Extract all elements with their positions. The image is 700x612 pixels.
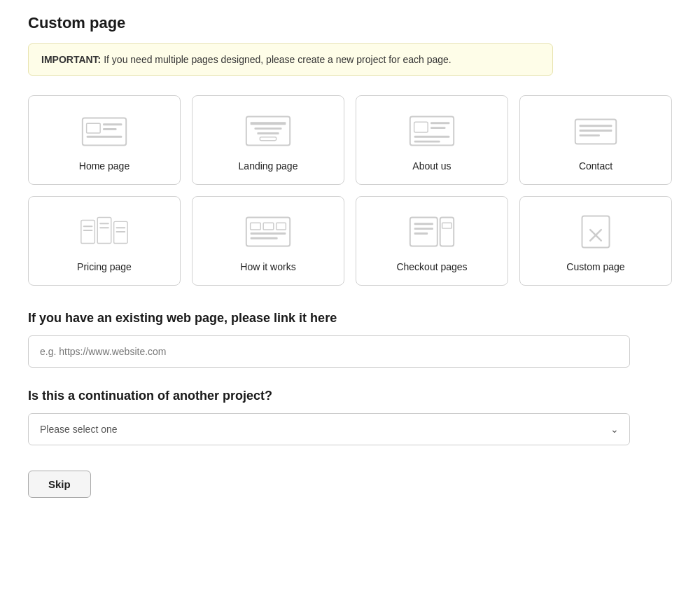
card-label-how-it-works: How it works [240,261,295,272]
svg-rect-26 [83,230,93,231]
svg-rect-18 [580,130,612,132]
card-label-pricing-page: Pricing page [77,261,132,272]
svg-rect-33 [263,223,274,230]
card-label-landing-page: Landing page [239,160,298,172]
page-title: Custom page [28,14,672,32]
svg-rect-25 [116,227,126,228]
card-label-home-page: Home page [79,160,130,172]
card-about-us[interactable]: About us [356,95,508,185]
svg-rect-24 [99,223,109,224]
card-label-contact: Contact [579,160,612,172]
svg-rect-31 [251,232,286,235]
url-section: If you have an existing web page, please… [28,311,672,389]
svg-rect-12 [430,122,449,124]
svg-rect-7 [255,127,282,130]
card-label-about-us: About us [412,160,451,172]
svg-rect-11 [414,122,428,132]
card-label-custom-page: Custom page [566,261,624,272]
svg-rect-16 [575,119,617,144]
alert-box: IMPORTANT: If you need multiple pages de… [28,43,553,76]
svg-rect-29 [246,218,290,246]
svg-rect-9 [260,137,276,141]
card-landing-page[interactable]: Landing page [192,95,344,185]
svg-rect-39 [414,232,428,235]
svg-rect-0 [83,118,126,145]
svg-rect-17 [580,125,612,127]
svg-rect-6 [251,122,286,125]
svg-rect-4 [103,128,117,130]
svg-rect-27 [99,227,109,228]
svg-rect-41 [582,216,610,248]
url-input[interactable] [28,335,630,368]
continuation-select-wrapper: Please select oneYesNo ⌄ [28,413,630,445]
how-icon [240,211,296,253]
checkout-icon [404,211,460,253]
home-icon [76,110,132,152]
skip-button[interactable]: Skip [28,471,91,498]
alert-bold: IMPORTANT: [41,54,101,65]
card-label-checkout-pages: Checkout pages [396,261,467,272]
continuation-select[interactable]: Please select oneYesNo [28,413,630,445]
alert-text: If you need multiple pages designed, ple… [101,54,451,65]
svg-rect-38 [414,228,433,230]
custom-icon [568,211,624,253]
card-checkout-pages[interactable]: Checkout pages [356,196,508,286]
continuation-section: Is this a continuation of another projec… [28,389,672,445]
svg-rect-36 [440,218,454,246]
svg-rect-19 [580,134,600,137]
url-section-label: If you have an existing web page, please… [28,311,672,326]
svg-rect-32 [251,237,278,239]
svg-rect-30 [251,223,261,230]
card-home-page[interactable]: Home page [28,95,181,185]
svg-rect-28 [116,231,126,232]
continuation-label: Is this a continuation of another projec… [28,389,672,403]
card-pricing-page[interactable]: Pricing page [28,196,181,286]
card-custom-page[interactable]: Custom page [519,196,672,286]
svg-rect-35 [410,218,438,246]
svg-rect-1 [87,123,100,133]
page-type-grid: Home page Landing page About us [28,95,672,286]
svg-rect-3 [103,123,122,125]
svg-rect-22 [114,221,128,243]
svg-rect-40 [442,223,452,228]
svg-rect-23 [83,225,93,227]
svg-rect-13 [430,127,445,129]
svg-rect-2 [87,136,122,138]
svg-rect-8 [257,132,279,134]
landing-icon [240,110,296,152]
svg-rect-15 [414,141,440,143]
contact-icon [568,110,624,152]
svg-rect-21 [97,218,111,244]
svg-rect-20 [81,220,95,243]
svg-rect-14 [414,136,450,138]
card-how-it-works[interactable]: How it works [192,196,344,286]
about-icon [404,110,460,152]
svg-rect-34 [276,223,286,230]
svg-rect-37 [414,223,433,225]
card-contact[interactable]: Contact [519,95,672,185]
pricing-icon [76,211,132,253]
